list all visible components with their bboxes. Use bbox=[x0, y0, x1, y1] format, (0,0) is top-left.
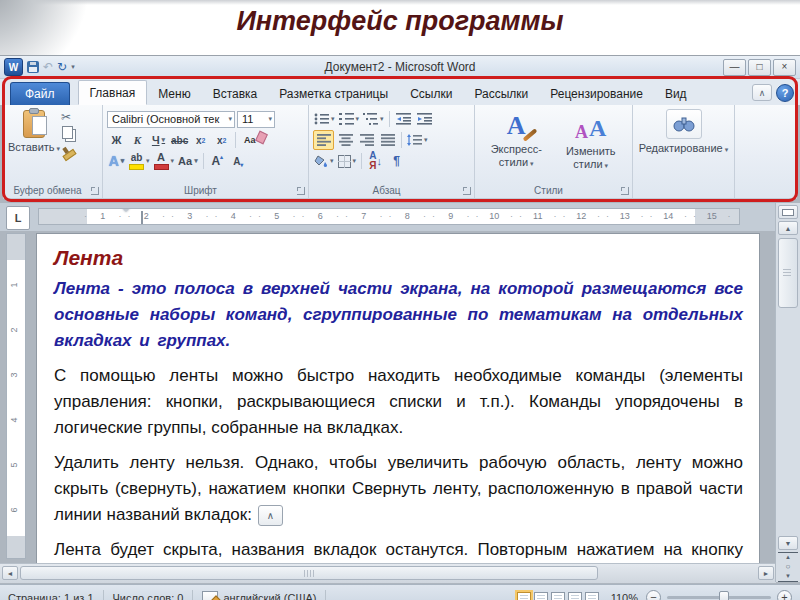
tab-mailings[interactable]: Рассылки bbox=[463, 82, 539, 105]
scroll-down-icon[interactable]: ▼ bbox=[778, 536, 798, 550]
zoom-slider-thumb[interactable] bbox=[719, 591, 729, 600]
previous-page-icon[interactable]: ▲ bbox=[778, 552, 798, 562]
help-icon[interactable]: ? bbox=[776, 84, 794, 102]
ruler-number: 7 bbox=[342, 209, 386, 224]
fullscreen-reading-view-icon[interactable] bbox=[534, 592, 548, 600]
ruler-row: L 123456789101112131415 bbox=[0, 203, 776, 231]
align-center-button[interactable] bbox=[336, 131, 355, 149]
page-count[interactable]: Страница: 1 из 1 bbox=[8, 590, 104, 600]
vertical-scroll-thumb[interactable] bbox=[778, 238, 798, 308]
proofing-icon bbox=[202, 591, 218, 600]
decrease-indent-button[interactable] bbox=[394, 110, 413, 128]
font-name-select[interactable]: Calibri (Основной тек ▾ bbox=[107, 111, 235, 128]
tab-stop-selector[interactable]: L bbox=[6, 206, 30, 230]
select-browse-object-icon[interactable]: ○ bbox=[786, 562, 791, 572]
language-status[interactable]: английский (США) bbox=[193, 590, 326, 600]
ruler-number: 11 bbox=[516, 209, 560, 224]
align-right-button[interactable] bbox=[357, 131, 376, 149]
outline-view-icon[interactable] bbox=[568, 592, 582, 600]
change-styles-button[interactable]: АA Изменить стили bbox=[554, 108, 629, 183]
word-window: Документ2 - Microsoft Word W ↶ ↻ ▾ — □ ×… bbox=[0, 55, 800, 600]
paste-button[interactable]: Вставить bbox=[7, 108, 61, 183]
redo-icon[interactable]: ↻ bbox=[57, 61, 67, 73]
shading-button[interactable] bbox=[313, 152, 335, 170]
tab-menu[interactable]: Меню bbox=[147, 82, 201, 105]
tab-insert[interactable]: Вставка bbox=[202, 82, 269, 105]
sort-button[interactable]: АЯ↓ bbox=[366, 152, 385, 170]
tab-references[interactable]: Ссылки bbox=[399, 82, 463, 105]
dialog-launcher-font[interactable] bbox=[297, 187, 305, 195]
italic-button[interactable]: K bbox=[128, 131, 147, 149]
horizontal-scroll-thumb[interactable] bbox=[20, 566, 598, 580]
tab-view[interactable]: Вид bbox=[654, 82, 698, 105]
maximize-button[interactable]: □ bbox=[748, 59, 771, 76]
minimize-ribbon-inline-icon: ∧ bbox=[258, 505, 283, 526]
draft-view-icon[interactable] bbox=[585, 592, 599, 600]
minimize-button[interactable]: — bbox=[723, 59, 746, 76]
save-icon[interactable] bbox=[27, 61, 39, 73]
scroll-left-icon[interactable]: ◄ bbox=[2, 566, 18, 580]
minimize-ribbon-icon[interactable]: ∧ bbox=[752, 84, 772, 101]
web-layout-view-icon[interactable] bbox=[551, 592, 565, 600]
underline-button[interactable]: Ч bbox=[149, 131, 168, 149]
zoom-level[interactable]: 110% bbox=[611, 592, 638, 600]
numbering-button[interactable] bbox=[338, 110, 361, 128]
vertical-ruler[interactable]: 123456 bbox=[6, 233, 26, 559]
zoom-slider[interactable] bbox=[667, 596, 771, 599]
shrink-font-button[interactable]: А bbox=[229, 152, 248, 170]
font-color-button[interactable]: А bbox=[153, 152, 176, 170]
superscript-button[interactable]: x2 bbox=[212, 131, 231, 149]
cut-icon[interactable]: ✂ bbox=[61, 111, 78, 123]
highlight-color-button[interactable]: ab bbox=[128, 152, 151, 170]
subscript-button[interactable]: x2 bbox=[191, 131, 210, 149]
find-button[interactable] bbox=[666, 109, 702, 139]
horizontal-ruler[interactable]: 123456789101112131415 bbox=[38, 208, 740, 225]
ribbon-empty-space bbox=[735, 105, 797, 198]
format-painter-icon[interactable] bbox=[62, 149, 76, 161]
next-page-icon[interactable]: ▼ bbox=[778, 572, 798, 582]
editing-group-label[interactable]: Редактирование bbox=[639, 142, 728, 154]
tab-review[interactable]: Рецензирование bbox=[539, 82, 654, 105]
dialog-launcher-clipboard[interactable] bbox=[91, 187, 99, 195]
undo-icon[interactable]: ↶ bbox=[43, 61, 53, 73]
line-spacing-button[interactable] bbox=[406, 131, 429, 149]
multilevel-list-button[interactable] bbox=[362, 110, 385, 128]
increase-indent-button[interactable] bbox=[415, 110, 434, 128]
ruler-number: 2 bbox=[125, 209, 169, 224]
tab-page-layout[interactable]: Разметка страницы bbox=[268, 82, 399, 105]
clear-formatting-button[interactable]: Аа bbox=[240, 131, 259, 149]
doc-paragraph-restore: Лента будет скрыта, названия вкладок ост… bbox=[54, 537, 743, 563]
print-layout-view-icon[interactable] bbox=[517, 592, 531, 600]
grow-font-button[interactable]: А bbox=[208, 152, 227, 170]
scroll-right-icon[interactable]: ► bbox=[758, 566, 774, 580]
show-paragraph-marks-button[interactable]: ¶ bbox=[387, 152, 406, 170]
vertical-scrollbar[interactable]: ▲ ▼ ▲ ○ ▼ bbox=[775, 203, 800, 582]
align-left-button[interactable] bbox=[313, 130, 334, 150]
strikethrough-button[interactable]: abc bbox=[170, 131, 189, 149]
quick-access-toolbar: W ↶ ↻ ▾ bbox=[4, 58, 75, 76]
view-ruler-toggle-icon[interactable] bbox=[778, 205, 798, 219]
scroll-up-icon[interactable]: ▲ bbox=[778, 221, 798, 235]
document-page[interactable]: Лента Лента - это полоса в верхней части… bbox=[36, 233, 760, 563]
zoom-in-icon[interactable]: + bbox=[777, 590, 792, 600]
dialog-launcher-styles[interactable] bbox=[621, 187, 629, 195]
align-center-icon bbox=[339, 134, 353, 146]
text-effects-button[interactable]: А bbox=[107, 152, 126, 170]
tab-home[interactable]: Главная bbox=[78, 80, 148, 105]
change-case-button[interactable]: Аа bbox=[177, 152, 199, 170]
word-logo-icon[interactable]: W bbox=[4, 58, 23, 76]
quick-styles-button[interactable]: A Экспресс-стили bbox=[479, 108, 554, 183]
close-button[interactable]: × bbox=[773, 59, 796, 76]
word-count[interactable]: Число слов: 0 bbox=[104, 590, 194, 600]
tab-file[interactable]: Файл bbox=[10, 82, 70, 105]
horizontal-scrollbar[interactable]: ◄ ► bbox=[0, 563, 776, 583]
qat-customize-icon[interactable]: ▾ bbox=[71, 63, 75, 71]
font-size-select[interactable]: 11 ▾ bbox=[237, 111, 275, 128]
copy-icon[interactable] bbox=[62, 126, 73, 139]
justify-button[interactable] bbox=[378, 131, 397, 149]
bold-button[interactable]: Ж bbox=[107, 131, 126, 149]
zoom-out-icon[interactable]: − bbox=[646, 590, 661, 600]
bullets-button[interactable] bbox=[313, 110, 336, 128]
dialog-launcher-paragraph[interactable] bbox=[463, 187, 471, 195]
borders-button[interactable] bbox=[337, 152, 358, 170]
